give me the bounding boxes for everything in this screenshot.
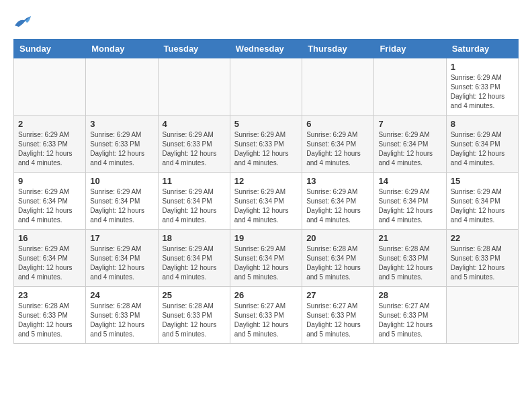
calendar-week-row: 2Sunrise: 6:29 AM Sunset: 6:33 PM Daylig… (14, 116, 519, 173)
day-info: Sunrise: 6:29 AM Sunset: 6:33 PM Dayligh… (234, 130, 298, 168)
day-number: 9 (18, 176, 81, 186)
calendar-cell (374, 58, 446, 116)
day-info: Sunrise: 6:28 AM Sunset: 6:33 PM Dayligh… (451, 244, 514, 282)
day-info: Sunrise: 6:29 AM Sunset: 6:33 PM Dayligh… (451, 73, 514, 111)
day-info: Sunrise: 6:29 AM Sunset: 6:33 PM Dayligh… (90, 130, 153, 168)
day-number: 1 (451, 62, 514, 72)
day-info: Sunrise: 6:29 AM Sunset: 6:34 PM Dayligh… (90, 187, 153, 225)
calendar-cell (230, 58, 302, 116)
calendar-week-row: 9Sunrise: 6:29 AM Sunset: 6:34 PM Daylig… (14, 173, 519, 230)
day-number: 21 (378, 233, 441, 243)
day-number: 17 (90, 233, 153, 243)
day-info: Sunrise: 6:29 AM Sunset: 6:34 PM Dayligh… (163, 187, 226, 225)
day-info: Sunrise: 6:29 AM Sunset: 6:34 PM Dayligh… (234, 244, 298, 282)
calendar-cell: 10Sunrise: 6:29 AM Sunset: 6:34 PM Dayli… (86, 173, 158, 230)
day-info: Sunrise: 6:27 AM Sunset: 6:33 PM Dayligh… (234, 302, 298, 339)
calendar-cell (302, 58, 374, 116)
day-number: 28 (378, 290, 441, 300)
calendar-cell: 23Sunrise: 6:28 AM Sunset: 6:33 PM Dayli… (14, 287, 86, 344)
weekday-header-saturday: Saturday (446, 40, 518, 58)
day-number: 2 (18, 119, 81, 129)
day-number: 25 (163, 290, 226, 300)
day-info: Sunrise: 6:28 AM Sunset: 6:33 PM Dayligh… (90, 302, 153, 339)
day-info: Sunrise: 6:29 AM Sunset: 6:34 PM Dayligh… (451, 130, 514, 168)
calendar-cell: 6Sunrise: 6:29 AM Sunset: 6:34 PM Daylig… (302, 116, 374, 173)
page-header (13, 13, 519, 28)
day-number: 12 (234, 176, 298, 186)
calendar-cell: 1Sunrise: 6:29 AM Sunset: 6:33 PM Daylig… (446, 58, 518, 116)
calendar-cell: 24Sunrise: 6:28 AM Sunset: 6:33 PM Dayli… (86, 287, 158, 344)
calendar-cell: 3Sunrise: 6:29 AM Sunset: 6:33 PM Daylig… (86, 116, 158, 173)
day-number: 7 (378, 119, 441, 129)
day-info: Sunrise: 6:29 AM Sunset: 6:34 PM Dayligh… (306, 130, 369, 168)
day-number: 10 (90, 176, 153, 186)
day-info: Sunrise: 6:29 AM Sunset: 6:34 PM Dayligh… (90, 244, 153, 282)
weekday-header-sunday: Sunday (14, 40, 86, 58)
calendar-cell: 25Sunrise: 6:28 AM Sunset: 6:33 PM Dayli… (158, 287, 230, 344)
calendar-cell: 12Sunrise: 6:29 AM Sunset: 6:34 PM Dayli… (230, 173, 302, 230)
calendar-cell: 8Sunrise: 6:29 AM Sunset: 6:34 PM Daylig… (446, 116, 518, 173)
logo (13, 13, 35, 28)
calendar-cell: 14Sunrise: 6:29 AM Sunset: 6:34 PM Dayli… (374, 173, 446, 230)
calendar-cell: 9Sunrise: 6:29 AM Sunset: 6:34 PM Daylig… (14, 173, 86, 230)
calendar-cell: 13Sunrise: 6:29 AM Sunset: 6:34 PM Dayli… (302, 173, 374, 230)
day-number: 15 (451, 176, 514, 186)
calendar-cell: 15Sunrise: 6:29 AM Sunset: 6:34 PM Dayli… (446, 173, 518, 230)
calendar-cell: 2Sunrise: 6:29 AM Sunset: 6:33 PM Daylig… (14, 116, 86, 173)
weekday-header-wednesday: Wednesday (230, 40, 302, 58)
calendar-week-row: 16Sunrise: 6:29 AM Sunset: 6:34 PM Dayli… (14, 230, 519, 287)
calendar-cell: 17Sunrise: 6:29 AM Sunset: 6:34 PM Dayli… (86, 230, 158, 287)
calendar-week-row: 23Sunrise: 6:28 AM Sunset: 6:33 PM Dayli… (14, 287, 519, 344)
weekday-header-thursday: Thursday (302, 40, 374, 58)
calendar-cell (446, 287, 518, 344)
calendar-cell: 19Sunrise: 6:29 AM Sunset: 6:34 PM Dayli… (230, 230, 302, 287)
day-info: Sunrise: 6:29 AM Sunset: 6:34 PM Dayligh… (234, 187, 298, 225)
calendar-cell: 22Sunrise: 6:28 AM Sunset: 6:33 PM Dayli… (446, 230, 518, 287)
day-info: Sunrise: 6:28 AM Sunset: 6:33 PM Dayligh… (378, 244, 441, 282)
calendar-table: SundayMondayTuesdayWednesdayThursdayFrid… (13, 39, 519, 344)
day-number: 6 (306, 119, 369, 129)
day-number: 4 (163, 119, 226, 129)
day-info: Sunrise: 6:28 AM Sunset: 6:33 PM Dayligh… (18, 302, 81, 339)
day-info: Sunrise: 6:29 AM Sunset: 6:34 PM Dayligh… (18, 244, 81, 282)
calendar-header-row: SundayMondayTuesdayWednesdayThursdayFrid… (14, 40, 519, 58)
calendar-cell: 5Sunrise: 6:29 AM Sunset: 6:33 PM Daylig… (230, 116, 302, 173)
weekday-header-monday: Monday (86, 40, 158, 58)
day-info: Sunrise: 6:29 AM Sunset: 6:34 PM Dayligh… (163, 244, 226, 282)
day-number: 14 (378, 176, 441, 186)
calendar-cell: 4Sunrise: 6:29 AM Sunset: 6:33 PM Daylig… (158, 116, 230, 173)
day-info: Sunrise: 6:29 AM Sunset: 6:34 PM Dayligh… (451, 187, 514, 225)
day-number: 16 (18, 233, 81, 243)
calendar-cell: 11Sunrise: 6:29 AM Sunset: 6:34 PM Dayli… (158, 173, 230, 230)
day-number: 24 (90, 290, 153, 300)
calendar-cell: 27Sunrise: 6:27 AM Sunset: 6:33 PM Dayli… (302, 287, 374, 344)
day-number: 19 (234, 233, 298, 243)
day-info: Sunrise: 6:28 AM Sunset: 6:34 PM Dayligh… (306, 244, 369, 282)
day-info: Sunrise: 6:29 AM Sunset: 6:33 PM Dayligh… (163, 130, 226, 168)
day-info: Sunrise: 6:29 AM Sunset: 6:34 PM Dayligh… (18, 187, 81, 225)
logo-icon (13, 13, 32, 28)
day-info: Sunrise: 6:28 AM Sunset: 6:33 PM Dayligh… (163, 302, 226, 339)
day-number: 26 (234, 290, 298, 300)
day-number: 27 (306, 290, 369, 300)
day-info: Sunrise: 6:27 AM Sunset: 6:33 PM Dayligh… (378, 302, 441, 339)
day-info: Sunrise: 6:27 AM Sunset: 6:33 PM Dayligh… (306, 302, 369, 339)
calendar-cell (158, 58, 230, 116)
day-number: 8 (451, 119, 514, 129)
day-number: 22 (451, 233, 514, 243)
weekday-header-tuesday: Tuesday (158, 40, 230, 58)
day-number: 3 (90, 119, 153, 129)
day-number: 13 (306, 176, 369, 186)
calendar-cell (86, 58, 158, 116)
day-number: 20 (306, 233, 369, 243)
day-info: Sunrise: 6:29 AM Sunset: 6:34 PM Dayligh… (306, 187, 369, 225)
calendar-cell: 20Sunrise: 6:28 AM Sunset: 6:34 PM Dayli… (302, 230, 374, 287)
calendar-cell: 28Sunrise: 6:27 AM Sunset: 6:33 PM Dayli… (374, 287, 446, 344)
calendar-cell: 26Sunrise: 6:27 AM Sunset: 6:33 PM Dayli… (230, 287, 302, 344)
day-number: 11 (163, 176, 226, 186)
calendar-cell (14, 58, 86, 116)
calendar-cell: 18Sunrise: 6:29 AM Sunset: 6:34 PM Dayli… (158, 230, 230, 287)
day-info: Sunrise: 6:29 AM Sunset: 6:34 PM Dayligh… (378, 130, 441, 168)
day-info: Sunrise: 6:29 AM Sunset: 6:33 PM Dayligh… (18, 130, 81, 168)
day-number: 5 (234, 119, 298, 129)
